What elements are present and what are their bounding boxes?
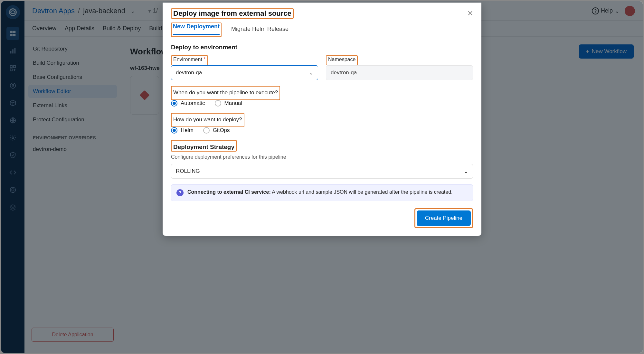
deploy-modal: Deploy image from external source ✕ New … xyxy=(163,3,481,236)
exec-option-automatic[interactable]: Automatic xyxy=(171,100,205,107)
modal-title: Deploy image from external source xyxy=(173,9,291,18)
deploy-gitops-label: GitOps xyxy=(213,127,230,134)
chevron-down-icon: ⌄ xyxy=(464,168,468,175)
deploy-helm-label: Helm xyxy=(181,127,194,134)
strategy-value: ROLLING xyxy=(176,168,200,174)
radio-checked-icon xyxy=(171,100,177,107)
env-label: Environment * xyxy=(173,57,206,62)
deploy-question: How do you want to deploy? xyxy=(173,116,242,123)
section-deploy-env: Deploy to environment xyxy=(171,44,473,51)
create-pipeline-button[interactable]: Create Pipeline xyxy=(417,210,471,226)
exec-auto-label: Automatic xyxy=(181,100,205,107)
modal-tabs: New Deployment Migrate Helm Release xyxy=(163,23,481,37)
execute-options: Automatic Manual xyxy=(171,100,473,107)
execute-question: When do you want the pipeline to execute… xyxy=(173,89,278,96)
radio-unchecked-icon xyxy=(203,127,210,134)
info-banner: ? Connecting to external CI service: A w… xyxy=(171,184,473,201)
environment-select[interactable]: devtron-qa ⌄ xyxy=(171,65,318,80)
deploy-option-gitops[interactable]: GitOps xyxy=(203,127,230,134)
strategy-title: Deployment Strategy xyxy=(173,144,234,151)
radio-checked-icon xyxy=(171,127,177,134)
chevron-down-icon: ⌄ xyxy=(309,70,313,76)
exec-option-manual[interactable]: Manual xyxy=(215,100,242,107)
radio-unchecked-icon xyxy=(215,100,221,107)
strategy-subtitle: Configure deployment preferences for thi… xyxy=(171,154,473,160)
deploy-option-helm[interactable]: Helm xyxy=(171,127,194,134)
namespace-value: devtron-qa xyxy=(331,70,357,76)
modal-tab-migrate[interactable]: Migrate Helm Release xyxy=(231,23,289,37)
info-icon: ? xyxy=(176,189,184,196)
environment-value: devtron-qa xyxy=(176,70,202,76)
exec-manual-label: Manual xyxy=(224,100,242,107)
close-icon[interactable]: ✕ xyxy=(467,9,473,18)
namespace-label: Namespace xyxy=(328,57,355,62)
deploy-options: Helm GitOps xyxy=(171,127,473,134)
namespace-field: devtron-qa xyxy=(326,65,473,80)
modal-tab-new[interactable]: New Deployment xyxy=(173,20,220,35)
info-text: Connecting to external CI service: A web… xyxy=(187,189,453,195)
strategy-select[interactable]: ROLLING ⌄ xyxy=(171,164,473,179)
